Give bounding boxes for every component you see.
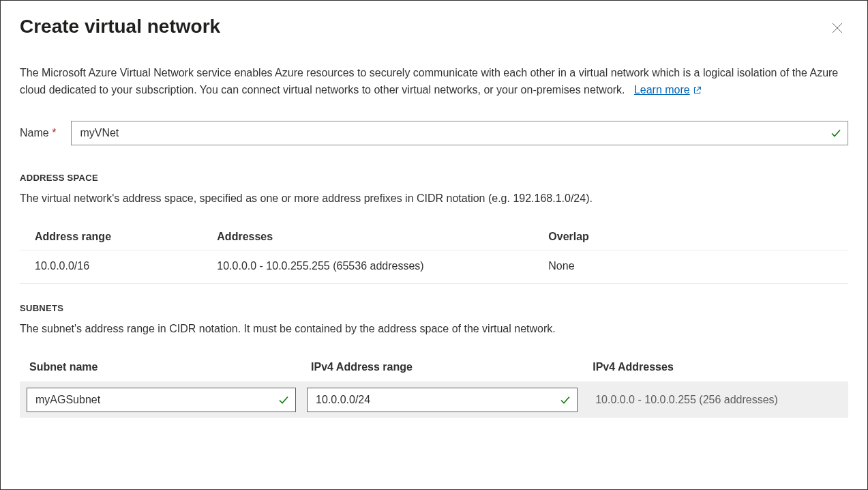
col-address-range: Address range: [20, 224, 202, 250]
svg-line-2: [696, 87, 700, 91]
required-indicator: *: [52, 127, 56, 139]
close-button[interactable]: [826, 17, 848, 39]
description-body: The Microsoft Azure Virtual Network serv…: [20, 67, 838, 96]
subnet-addresses-value: 10.0.0.0 - 10.0.0.255 (256 addresses): [588, 394, 778, 405]
col-subnet-addresses: IPv4 Addresses: [583, 354, 848, 382]
external-link-icon: [693, 86, 702, 95]
subnets-description: The subnet's address range in CIDR notat…: [20, 321, 848, 336]
subnet-name-input[interactable]: [27, 388, 296, 412]
col-overlap: Overlap: [533, 224, 848, 250]
subnets-heading: SUBNETS: [20, 303, 848, 313]
address-space-table: Address range Addresses Overlap 10.0.0.0…: [20, 224, 848, 284]
vnet-name-input[interactable]: [71, 121, 848, 145]
description-text: The Microsoft Azure Virtual Network serv…: [20, 65, 848, 99]
col-subnet-range: IPv4 Address range: [301, 354, 583, 382]
learn-more-link[interactable]: Learn more: [634, 82, 702, 99]
cell-addresses: 10.0.0.0 - 10.0.255.255 (65536 addresses…: [202, 250, 533, 283]
subnet-range-input[interactable]: [307, 388, 578, 412]
subnets-table: Subnet name IPv4 Address range IPv4 Addr…: [20, 354, 848, 418]
col-subnet-name: Subnet name: [20, 354, 301, 382]
address-space-description: The virtual network's address space, spe…: [20, 191, 848, 206]
learn-more-label: Learn more: [634, 82, 690, 99]
table-row: 10.0.0.0 - 10.0.0.255 (256 addresses): [20, 382, 848, 418]
close-icon: [832, 23, 843, 33]
cell-address-range: 10.0.0.0/16: [20, 250, 202, 283]
page-title: Create virtual network: [20, 16, 220, 38]
cell-overlap: None: [533, 250, 848, 283]
address-space-heading: ADDRESS SPACE: [20, 173, 848, 183]
col-addresses: Addresses: [202, 224, 533, 250]
table-row: 10.0.0.0/16 10.0.0.0 - 10.0.255.255 (655…: [20, 250, 848, 283]
name-field-label: Name *: [20, 127, 56, 139]
